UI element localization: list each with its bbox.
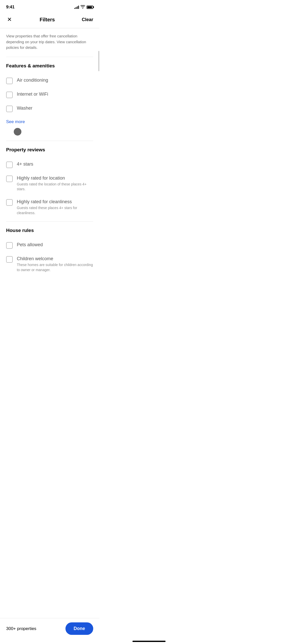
scrollbar-thumb[interactable] (98, 51, 99, 71)
sublabel-children-welcome: These homes are suitable for children ac… (17, 262, 93, 272)
label-highly-rated-cleanliness: Highly rated for cleanliness (17, 199, 93, 205)
scroll-dot (14, 128, 21, 136)
sublabel-highly-rated-cleanliness: Guests rated these places 4+ stars for c… (17, 206, 93, 215)
checkbox-box-four-stars[interactable] (6, 162, 13, 168)
wifi-icon (80, 5, 85, 9)
checkbox-box-highly-rated-location[interactable] (6, 175, 13, 182)
checkbox-air-conditioning[interactable]: Air conditioning (6, 74, 93, 88)
checkbox-box-air-conditioning[interactable] (6, 78, 13, 84)
status-bar: 9:41 (0, 0, 99, 12)
signal-icon (74, 5, 79, 9)
status-icons (74, 5, 93, 9)
section-title-house-rules: House rules (6, 228, 93, 233)
sublabel-highly-rated-location: Guests rated the location of these place… (17, 182, 93, 192)
label-internet-wifi: Internet or WiFi (17, 91, 48, 97)
label-washer: Washer (17, 105, 32, 111)
checkbox-children-welcome[interactable]: Children welcome These homes are suitabl… (6, 252, 93, 276)
checkbox-box-highly-rated-cleanliness[interactable] (6, 199, 13, 206)
cancellation-note: View properties that offer free cancella… (6, 28, 93, 57)
section-features: Features & amenities Air conditioning In… (6, 57, 93, 141)
checkbox-highly-rated-cleanliness[interactable]: Highly rated for cleanliness Guests rate… (6, 195, 93, 219)
close-button[interactable]: ✕ (6, 15, 13, 24)
section-title-features: Features & amenities (6, 63, 93, 69)
see-more-features[interactable]: See more (6, 116, 93, 126)
content-area: View properties that offer free cancella… (0, 28, 99, 301)
header-title: Filters (39, 17, 55, 23)
checkbox-box-pets-allowed[interactable] (6, 242, 13, 249)
checkbox-washer[interactable]: Washer (6, 102, 93, 116)
battery-icon (87, 6, 93, 9)
status-time: 9:41 (6, 5, 15, 10)
scrollbar-track[interactable] (98, 51, 99, 276)
filter-header: ✕ Filters Clear (0, 12, 99, 28)
checkbox-box-washer[interactable] (6, 106, 13, 112)
checkbox-internet-wifi[interactable]: Internet or WiFi (6, 88, 93, 102)
label-pets-allowed: Pets allowed (17, 242, 43, 248)
checkbox-box-internet-wifi[interactable] (6, 92, 13, 98)
label-children-welcome: Children welcome (17, 256, 93, 262)
section-title-property-reviews: Property reviews (6, 147, 93, 153)
label-highly-rated-location: Highly rated for location (17, 175, 93, 181)
section-house-rules: House rules Pets allowed Children welcom… (6, 222, 93, 276)
label-air-conditioning: Air conditioning (17, 77, 48, 83)
clear-button[interactable]: Clear (82, 17, 93, 22)
checkbox-box-children-welcome[interactable] (6, 256, 13, 263)
checkbox-four-stars[interactable]: 4+ stars (6, 158, 93, 172)
section-property-reviews: Property reviews 4+ stars Highly rated f… (6, 141, 93, 222)
checkbox-highly-rated-location[interactable]: Highly rated for location Guests rated t… (6, 172, 93, 196)
checkbox-pets-allowed[interactable]: Pets allowed (6, 238, 93, 252)
label-four-stars: 4+ stars (17, 161, 33, 167)
